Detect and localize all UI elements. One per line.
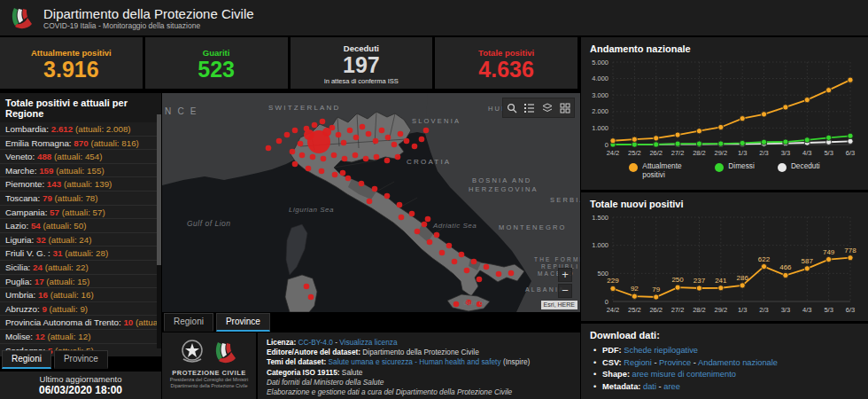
layers-icon[interactable]	[539, 98, 556, 117]
region-row[interactable]: Piemonte: 143 (attuali: 139)	[0, 177, 161, 192]
italy-emblem-icon	[179, 338, 205, 366]
card-note: in attesa di conferma ISS	[324, 77, 399, 85]
region-row[interactable]: Lazio: 54 (attuali: 50)	[0, 219, 161, 233]
card-value: 4.636	[478, 58, 534, 82]
app-header: Dipartimento della Protezione Civile COV…	[0, 0, 868, 35]
region-row[interactable]: Veneto: 488 (attuali: 454)	[0, 150, 161, 164]
download-link[interactable]: Andamento nazionale	[698, 358, 778, 367]
card-label: Attualmente positivi	[31, 48, 112, 58]
download-title: Download dati:	[590, 330, 859, 340]
card-guariti: Guariti 523	[145, 37, 288, 89]
download-link[interactable]: Province	[659, 358, 691, 367]
protezione-civile-shield-icon	[213, 338, 239, 366]
legend-label: Deceduti	[791, 162, 820, 171]
license-link[interactable]: CC-BY-4.0	[296, 338, 333, 347]
license-row: Categoria ISO 19115: Salute	[267, 368, 571, 378]
svg-text:237: 237	[694, 277, 706, 285]
download-item: PDF: Schede riepilogative	[590, 345, 859, 357]
svg-text:27/2: 27/2	[671, 306, 685, 314]
download-item: Shape: aree misure di contenimento	[590, 369, 859, 381]
legend-label: Dimessi	[728, 162, 755, 171]
last-update-panel: Ultimo aggiornamento 06/03/2020 18:00	[0, 372, 161, 399]
map-attribution[interactable]: Esri, HERE	[541, 301, 577, 309]
region-row[interactable]: Umbria: 16 (attuali: 16)	[0, 288, 161, 302]
page-title: Dipartimento della Protezione Civile	[43, 6, 254, 21]
region-row[interactable]: Molise: 12 (attuali: 12)	[0, 330, 161, 344]
download-link[interactable]: Regioni	[624, 358, 652, 367]
svg-text:3/3: 3/3	[781, 149, 790, 157]
region-row[interactable]: Campania: 57 (attuali: 57)	[0, 206, 161, 220]
license-row: Dati forniti dal Ministero della Salute	[267, 378, 571, 387]
region-row[interactable]: Provincia Autonoma di Trento: 10 (attual…	[0, 316, 161, 330]
region-row[interactable]: Sicilia: 24 (attuali: 22)	[0, 261, 161, 275]
logos-line1: Presidenza del Consiglio dei Ministri	[170, 377, 248, 383]
svg-text:27/2: 27/2	[671, 149, 685, 157]
svg-text:26/2: 26/2	[649, 306, 663, 314]
download-link[interactable]: aree misure di contenimento	[632, 370, 736, 379]
region-row[interactable]: Marche: 159 (attuali: 155)	[0, 164, 161, 178]
region-row[interactable]: Emilia Romagna: 870 (attuali: 816)	[0, 137, 161, 151]
map-tab-province[interactable]: Province	[216, 313, 270, 332]
download-link[interactable]: Schede riepilogative	[624, 346, 698, 355]
download-link[interactable]: dati	[643, 382, 656, 391]
svg-text:26/2: 26/2	[649, 149, 663, 157]
legend-item[interactable]: Attualmente positivi	[629, 162, 692, 179]
map-canvas[interactable]: N C ESWITZERLANDSLOVENIAHUNGARYCROATIABO…	[162, 93, 580, 312]
map-label: N C E	[165, 106, 198, 116]
legend-item[interactable]: Dimessi	[715, 162, 755, 179]
map-label: Adriatic Sea	[432, 222, 477, 230]
zoom-in-button[interactable]: +	[558, 268, 572, 282]
italy-map[interactable]: N C ESWITZERLANDSLOVENIAHUNGARYCROATIABO…	[162, 93, 580, 312]
region-row[interactable]: Puglia: 17 (attuali: 15)	[0, 275, 161, 289]
region-row[interactable]: Abruzzo: 9 (attuali: 9)	[0, 302, 161, 317]
sidebar-tabs: Regioni Province	[2, 350, 108, 369]
basemap-icon[interactable]	[556, 98, 574, 117]
map-label: HERZEGOVINA	[469, 185, 539, 193]
legend-label: Attualmente positivi	[642, 162, 692, 179]
download-label: Metadata:	[602, 382, 640, 391]
region-row[interactable]: Friuli V. G. : 31 (attuali: 28)	[0, 246, 161, 261]
region-row[interactable]: Lombardia: 2.612 (attuali: 2.008)	[0, 122, 161, 137]
card-attualmente-positivi: Attualmente positivi 3.916	[0, 37, 143, 89]
region-panel: Totale positivi e attuali per Regione Lo…	[0, 93, 161, 350]
svg-text:4/3: 4/3	[802, 149, 811, 157]
legend-dot-icon	[715, 163, 724, 172]
svg-text:92: 92	[631, 285, 639, 293]
legend-dot-icon	[629, 163, 638, 172]
region-row[interactable]: Liguria: 32 (attuali: 24)	[0, 233, 161, 247]
license-row: Elaborazione e gestione dati a cura del …	[267, 387, 571, 397]
download-panel: Download dati: PDF: Schede riepilogative…	[581, 324, 868, 399]
region-list-scrollbar[interactable]	[157, 114, 161, 348]
chart-title: Andamento nazionale	[581, 37, 868, 55]
legend-icon[interactable]	[521, 98, 539, 117]
sidebar-tab-province[interactable]: Province	[54, 350, 108, 369]
search-icon[interactable]	[503, 98, 521, 117]
map-label: SERBIA	[550, 196, 580, 204]
license-link[interactable]: Visualizza licenza	[339, 338, 397, 347]
download-link[interactable]: aree	[663, 382, 680, 391]
logos-title: PROTEZIONE CIVILE	[172, 369, 246, 377]
map-tab-regioni[interactable]: Regioni	[164, 313, 213, 332]
sidebar-tab-regioni[interactable]: Regioni	[2, 350, 51, 369]
region-row[interactable]: Toscana: 79 (attuali: 78)	[0, 192, 161, 206]
svg-text:28/2: 28/2	[693, 149, 706, 157]
institution-logos: PROTEZIONE CIVILE Presidenza del Consigl…	[162, 332, 256, 399]
svg-text:5/3: 5/3	[824, 149, 833, 157]
legend-item[interactable]: Deceduti	[778, 162, 820, 179]
svg-text:25/2: 25/2	[628, 306, 641, 314]
stat-cards: Attualmente positivi 3.916 Guariti 523 D…	[0, 37, 577, 89]
map-label: Gulf of	[463, 299, 486, 307]
svg-text:250: 250	[671, 276, 684, 284]
svg-text:622: 622	[758, 255, 771, 263]
svg-text:25/2: 25/2	[628, 149, 641, 157]
zoom-out-button[interactable]: −	[558, 284, 572, 298]
license-link[interactable]: Salute umana e sicurezza - Human health …	[326, 357, 500, 366]
svg-text:4.000: 4.000	[592, 74, 608, 82]
download-label: Shape:	[602, 370, 630, 379]
protezione-civile-logo-icon	[9, 4, 35, 31]
card-label: Guariti	[203, 48, 230, 58]
svg-text:0: 0	[605, 141, 608, 149]
card-label: Totale positivi	[478, 48, 534, 58]
map-toolbar	[502, 98, 575, 118]
svg-text:1.500: 1.500	[592, 214, 608, 222]
